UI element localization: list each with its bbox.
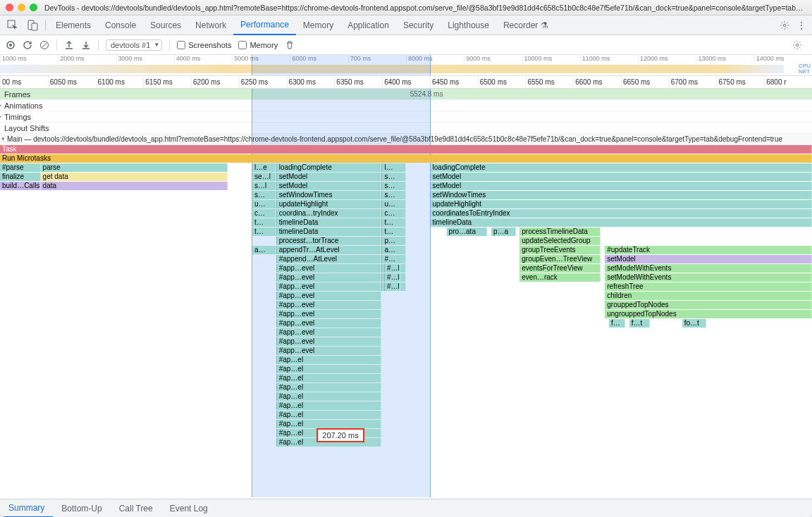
flame-bar[interactable]: t… — [252, 228, 276, 236]
flame-bar[interactable]: processTimelineData — [519, 228, 601, 236]
flame-bar[interactable]: #ap…el — [276, 392, 382, 401]
tab-sources[interactable]: Sources — [143, 15, 188, 35]
flame-bar[interactable]: setModel — [276, 173, 382, 181]
download-icon[interactable] — [81, 40, 91, 50]
flame-bar[interactable]: #ap…el — [276, 365, 382, 373]
flame-bar[interactable]: t… — [381, 228, 406, 236]
settings-icon[interactable] — [780, 20, 789, 30]
flame-bar[interactable]: #app…evel — [276, 310, 382, 318]
kebab-icon[interactable]: ⋮ — [794, 20, 809, 31]
flame-bar[interactable]: get data — [41, 173, 228, 181]
flame-bar[interactable]: timelineData — [431, 218, 812, 227]
flame-bar[interactable]: t… — [252, 218, 276, 227]
flame-bar[interactable]: #…l — [384, 264, 400, 273]
flame-bar[interactable]: groupTreeEvents — [519, 246, 601, 254]
upload-icon[interactable] — [64, 40, 74, 50]
flame-bar[interactable]: p… — [381, 237, 406, 245]
track-main-header[interactable]: Main — devtools://devtools/bundled/devto… — [0, 134, 812, 145]
flame-bar[interactable]: se…l — [252, 173, 276, 181]
flame-bar[interactable]: #app…evel — [276, 282, 382, 291]
flame-bar[interactable]: setModel — [276, 182, 382, 190]
close-icon[interactable] — [6, 4, 13, 11]
flame-bar[interactable]: #ap…el — [276, 356, 382, 364]
device-icon[interactable] — [27, 20, 38, 31]
flame-bar[interactable]: p…a — [491, 228, 516, 236]
tab-lighthouse[interactable]: Lighthouse — [441, 15, 496, 35]
flame-bar[interactable]: finalize — [0, 173, 41, 181]
flame-bar[interactable]: #app…evel — [276, 347, 382, 355]
flame-bar[interactable]: #app…evel — [276, 264, 382, 273]
trash-icon[interactable] — [285, 40, 295, 50]
memory-checkbox[interactable]: Memory — [238, 41, 278, 49]
flame-bar[interactable]: loadingComplete — [431, 163, 812, 172]
flame-bar[interactable]: #app…evel — [276, 273, 382, 282]
btab-calltree[interactable]: Call Tree — [111, 499, 161, 518]
flame-bar[interactable]: #…l — [384, 273, 400, 282]
flame-bar[interactable]: #app…evel — [276, 328, 382, 337]
flame-bar[interactable]: setWindowTimes — [431, 191, 812, 199]
flame-bar[interactable]: Task — [0, 145, 812, 154]
inspect-icon[interactable] — [7, 20, 18, 31]
tab-console[interactable]: Console — [98, 15, 143, 35]
flame-bar[interactable]: grouppedTopNodes — [605, 301, 812, 309]
flame-bar[interactable]: #ap…el — [276, 411, 382, 419]
track-animations[interactable]: Animations — [0, 100, 812, 111]
flame-bar[interactable]: eventsForTreeView — [519, 264, 601, 273]
track-timings[interactable]: Timings — [0, 111, 812, 123]
tab-security[interactable]: Security — [396, 15, 441, 35]
screenshots-checkbox[interactable]: Screenshots — [177, 41, 231, 49]
flame-bar[interactable]: Run Microtasks — [0, 154, 812, 163]
capture-settings-icon[interactable] — [792, 40, 802, 50]
flame-bar[interactable]: c… — [381, 209, 406, 218]
flame-bar[interactable]: updateHighlight — [276, 200, 382, 208]
flame-bar[interactable]: #… — [381, 255, 406, 263]
flame-bar[interactable]: s… — [381, 191, 406, 199]
flame-bar[interactable]: c… — [252, 209, 276, 218]
flame-bar[interactable]: l… — [381, 163, 406, 172]
flame-bar[interactable]: groupEven…TreeView — [519, 255, 601, 263]
flame-bar[interactable]: #ap…el — [276, 374, 382, 382]
flame-bar[interactable]: #app…evel — [276, 301, 382, 309]
btab-bottomup[interactable]: Bottom-Up — [53, 499, 110, 518]
flame-bar[interactable]: #app…evel — [276, 319, 382, 328]
btab-eventlog[interactable]: Event Log — [161, 499, 216, 518]
tab-network[interactable]: Network — [188, 15, 233, 35]
flame-bar[interactable]: parse — [41, 163, 228, 172]
flame-bar[interactable]: s… — [381, 182, 406, 190]
flame-bar[interactable]: #ap…el — [276, 401, 382, 410]
flamegraph[interactable]: TaskRun Microtasks#parseparsel…eloadingC… — [0, 145, 812, 447]
flame-bar[interactable]: setModelWithEvents — [605, 264, 812, 273]
flame-bar[interactable]: #updateTrack — [605, 246, 812, 254]
flame-bar[interactable]: timelineData — [276, 228, 382, 236]
flame-bar[interactable]: setModel — [431, 182, 812, 190]
flame-bar[interactable]: processt…torTrace — [276, 237, 382, 245]
flame-bar[interactable]: refreshTree — [605, 282, 812, 291]
flame-bar[interactable]: #ap…el — [276, 383, 382, 392]
flame-bar[interactable]: u… — [381, 200, 406, 208]
flame-bar[interactable]: loadingComplete — [276, 163, 382, 172]
overview-timeline[interactable]: 1000 ms2000 ms3000 ms4000 ms5000 ms6000 … — [0, 55, 812, 76]
tab-application[interactable]: Application — [340, 15, 396, 35]
flame-bar[interactable]: #app…evel — [276, 337, 382, 346]
flame-bar[interactable]: updateSelectedGroup — [519, 237, 601, 245]
flame-bar[interactable]: t… — [381, 218, 406, 227]
flame-bar[interactable]: l…e — [252, 163, 276, 172]
detail-ruler[interactable]: 00 ms6050 ms6100 ms6150 ms6200 ms6250 ms… — [0, 76, 812, 89]
flame-bar[interactable]: coordinatesToEntryIndex — [431, 209, 812, 218]
flame-bar[interactable]: a… — [381, 246, 406, 254]
flame-bar[interactable]: build…Calls — [0, 182, 41, 190]
flame-bar[interactable]: #append…AtLevel — [276, 255, 382, 263]
flame-bar[interactable]: #…l — [384, 282, 400, 291]
flame-bar[interactable]: s… — [252, 191, 276, 199]
tab-elements[interactable]: Elements — [49, 15, 98, 35]
flame-bar[interactable]: #ap…el — [276, 420, 382, 428]
flame-bar[interactable]: u… — [252, 200, 276, 208]
flame-bar[interactable]: coordina…tryIndex — [276, 209, 382, 218]
flame-bar[interactable]: even…rack — [519, 273, 601, 282]
clear-icon[interactable] — [39, 40, 49, 50]
flame-bar[interactable]: setModelWithEvents — [605, 273, 812, 282]
maximize-icon[interactable] — [30, 4, 37, 11]
flame-bar[interactable]: setWindowTimes — [276, 191, 382, 199]
flame-bar[interactable]: appendTr…AtLevel — [276, 246, 382, 254]
tab-memory[interactable]: Memory — [296, 15, 340, 35]
